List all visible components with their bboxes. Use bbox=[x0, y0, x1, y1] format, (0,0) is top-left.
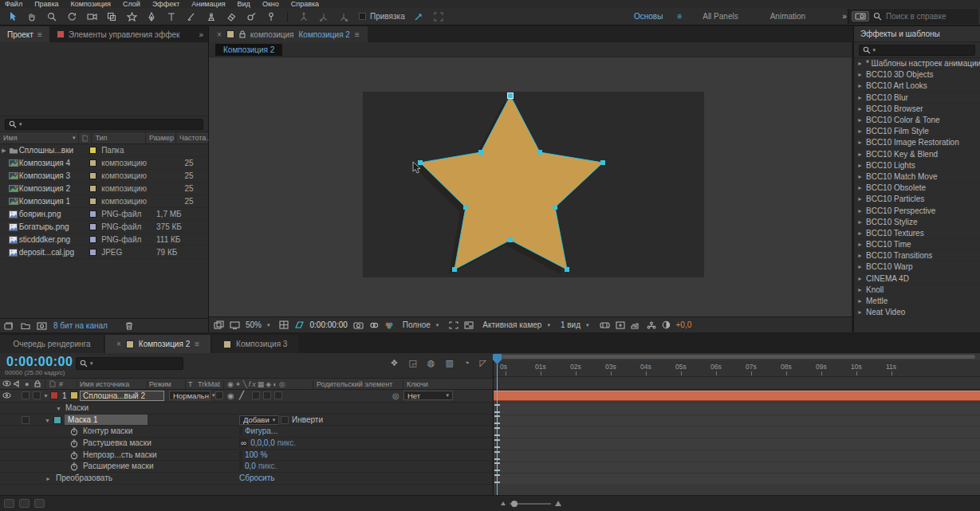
lock-switch[interactable] bbox=[33, 391, 41, 399]
property-ibeam-marker[interactable] bbox=[494, 462, 500, 471]
expander-triangle-icon[interactable]: ► bbox=[857, 174, 863, 179]
layer-label-swatch[interactable] bbox=[50, 391, 58, 399]
effects-search-input[interactable] bbox=[878, 46, 971, 54]
effects-panel-title[interactable]: Эффекты и шаблоны bbox=[854, 26, 980, 42]
flowchart-icon[interactable] bbox=[647, 321, 656, 329]
camera-view-caret[interactable]: ▾ bbox=[547, 322, 550, 328]
trkmat-box[interactable] bbox=[215, 391, 223, 399]
axis-view-icon[interactable] bbox=[337, 10, 351, 23]
project-row[interactable]: sticdddker.png PNG-файл 111 КБ bbox=[0, 234, 208, 246]
menu-item[interactable]: Файл bbox=[5, 0, 22, 8]
hide-shy-layers-icon[interactable]: ◍ bbox=[427, 358, 435, 368]
solo-column-icon[interactable]: ● bbox=[25, 380, 29, 388]
always-preview-icon[interactable] bbox=[214, 320, 224, 329]
effects-category-item[interactable]: ► BCC10 Match Move bbox=[854, 171, 980, 183]
row-label-swatch[interactable] bbox=[89, 236, 96, 243]
interpret-footage-icon[interactable] bbox=[4, 322, 14, 330]
property-ibeam-marker[interactable] bbox=[494, 404, 500, 413]
effects-category-item[interactable]: ► BCC10 Browser bbox=[854, 104, 980, 115]
project-search-field[interactable]: ▾ bbox=[5, 119, 203, 130]
masks-expander-icon[interactable]: ▼ bbox=[56, 406, 61, 411]
blend-mode-dropdown[interactable]: Нормальн▾ bbox=[169, 391, 211, 400]
solo-switch[interactable] bbox=[22, 391, 30, 399]
zoom-out-mountain-icon[interactable] bbox=[501, 501, 506, 505]
motion-blur-switch[interactable] bbox=[263, 391, 271, 399]
shape-tool-icon[interactable] bbox=[124, 10, 139, 23]
effects-category-item[interactable]: ► Neat Video bbox=[854, 307, 980, 318]
row-label-swatch[interactable] bbox=[89, 198, 96, 205]
mask-property-row[interactable]: Контур маски Фигура... bbox=[0, 426, 493, 438]
expander-triangle-icon[interactable]: ► bbox=[857, 163, 863, 168]
resolution-value[interactable]: Полное bbox=[403, 320, 431, 329]
row-label-swatch[interactable] bbox=[89, 185, 96, 192]
expander-triangle-icon[interactable]: ► bbox=[857, 140, 863, 145]
effects-category-item[interactable]: ► BCC10 Stylize bbox=[854, 217, 980, 228]
frame-blending-icon[interactable]: ▥ bbox=[445, 358, 453, 368]
camera-view-value[interactable]: Активная камер bbox=[482, 320, 541, 329]
effects-category-item[interactable]: ► BCC10 Film Style bbox=[854, 126, 980, 137]
timeline-timecode[interactable]: 0:00:00:00 bbox=[6, 355, 73, 369]
keys-column[interactable]: Ключи bbox=[407, 380, 428, 388]
dimensions-link-icon[interactable] bbox=[239, 426, 242, 435]
layer-visibility-eye-icon[interactable] bbox=[2, 392, 11, 399]
stopwatch-icon[interactable] bbox=[70, 451, 78, 460]
parent-dropdown[interactable]: Нет▾ bbox=[403, 391, 453, 400]
effects-category-item[interactable]: ► BCC10 Particles bbox=[854, 194, 980, 205]
workspace-overflow-chevron[interactable]: » bbox=[842, 12, 847, 21]
expand-layer-switches-icon[interactable] bbox=[4, 499, 14, 508]
effects-category-item[interactable]: ► Mettle bbox=[854, 296, 980, 307]
roto-brush-tool-icon[interactable] bbox=[244, 10, 258, 23]
new-folder-icon[interactable] bbox=[21, 322, 30, 329]
property-ibeam-marker[interactable] bbox=[494, 439, 500, 448]
expander-triangle-icon[interactable]: ► bbox=[857, 276, 863, 281]
threed-switch[interactable] bbox=[274, 391, 282, 399]
property-ibeam-marker[interactable] bbox=[494, 451, 500, 460]
transform-group-row[interactable]: ► Преобразовать Сбросить bbox=[0, 473, 493, 485]
dimensions-link-icon[interactable] bbox=[239, 462, 242, 470]
source-name-column[interactable]: Имя источника bbox=[80, 380, 129, 388]
bit-depth-label[interactable]: 8 бит на канал bbox=[53, 321, 108, 330]
audio-column-icon[interactable] bbox=[14, 380, 22, 387]
row-expander-icon[interactable]: ▶ bbox=[0, 147, 8, 154]
expander-triangle-icon[interactable]: ► bbox=[857, 83, 863, 88]
stopwatch-icon[interactable] bbox=[70, 427, 78, 436]
pen-tool-icon[interactable] bbox=[144, 10, 159, 23]
timeline-navigator-bar[interactable] bbox=[497, 355, 975, 359]
expand-inout-columns-icon[interactable] bbox=[34, 499, 45, 508]
menu-item[interactable]: Эффект bbox=[152, 0, 179, 8]
effects-category-item[interactable]: ► Knoll bbox=[854, 285, 980, 296]
expander-triangle-icon[interactable]: ► bbox=[857, 264, 863, 269]
zoom-in-mountain-icon[interactable] bbox=[555, 501, 561, 506]
hand-tool-icon[interactable] bbox=[25, 10, 39, 23]
effects-category-item[interactable]: ► * Шаблоны настроек анимации bbox=[854, 58, 980, 69]
timeline-search-input[interactable] bbox=[96, 358, 175, 370]
panel-menu-icon[interactable]: ≡ bbox=[355, 30, 360, 39]
region-interest-icon[interactable] bbox=[616, 321, 625, 329]
project-tabs-overflow[interactable]: » bbox=[194, 26, 208, 42]
zoom-tool-icon[interactable] bbox=[45, 10, 59, 23]
effects-category-item[interactable]: ► BCC10 Time bbox=[854, 239, 980, 250]
workspace-menu-icon[interactable]: ≡ bbox=[677, 12, 682, 21]
tab-render-queue[interactable]: Очередь рендеринга bbox=[0, 335, 104, 353]
menu-item[interactable]: Анимация bbox=[191, 0, 225, 8]
search-options-caret[interactable]: ▾ bbox=[873, 47, 876, 53]
t-column[interactable]: T bbox=[188, 380, 193, 388]
switches-column-icons[interactable]: ◉✶╲fx▦◈◐◎ bbox=[227, 380, 287, 388]
effects-category-item[interactable]: ► BCC10 Blur bbox=[854, 92, 980, 104]
effects-category-item[interactable]: ► BCC10 Warp bbox=[854, 261, 980, 273]
expander-triangle-icon[interactable]: ► bbox=[857, 242, 863, 247]
dimensions-link-icon[interactable] bbox=[239, 450, 242, 459]
effects-category-item[interactable]: ► BCC10 Obsolete bbox=[854, 183, 980, 194]
mask1-row[interactable]: ▼ Маска 1 Добави▾ Инверти bbox=[0, 415, 493, 426]
histogram-icon[interactable] bbox=[631, 321, 641, 329]
layer-name-field[interactable]: Сплошна...вый 2 bbox=[80, 391, 164, 401]
project-row[interactable]: ▶ Сплошны...вки Папка bbox=[0, 144, 208, 157]
composition-mini-flowchart-icon[interactable]: ❖ bbox=[391, 358, 399, 368]
menu-item[interactable]: Справка bbox=[291, 0, 319, 8]
layer-row-1[interactable]: ▼ 1 Сплошна...вый 2 Нормальн▾ ◉ ╱ ◎ Нет▾ bbox=[0, 390, 493, 403]
close-icon[interactable]: × bbox=[116, 340, 121, 348]
viewer-timecode[interactable]: 0:00:00:00 bbox=[310, 320, 348, 329]
expander-triangle-icon[interactable]: ► bbox=[857, 196, 863, 202]
close-icon[interactable]: × bbox=[217, 30, 222, 39]
lock-column-icon[interactable] bbox=[34, 380, 41, 387]
